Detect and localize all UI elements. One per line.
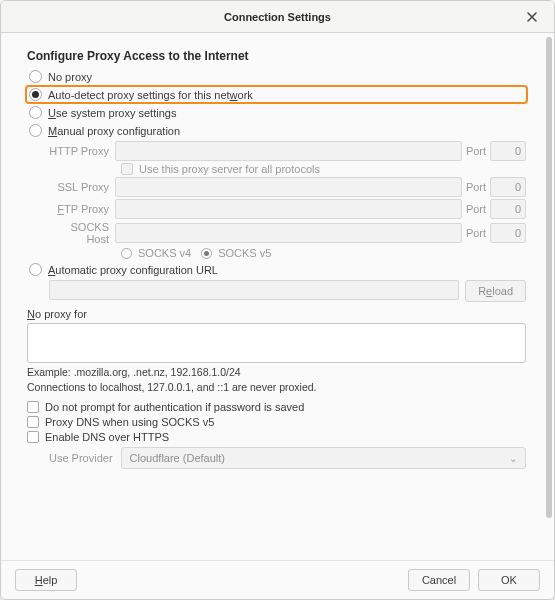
http-proxy-row: HTTP Proxy Port 0: [49, 141, 526, 161]
dialog-body: Configure Proxy Access to the Internet N…: [1, 33, 554, 560]
localhost-note: Connections to localhost, 127.0.0.1, and…: [27, 381, 526, 393]
close-icon: [526, 11, 538, 23]
radio-label: SOCKS v5: [218, 247, 271, 259]
example-text: Example: .mozilla.org, .net.nz, 192.168.…: [27, 366, 526, 378]
provider-select[interactable]: Cloudflare (Default) ⌄: [121, 447, 526, 469]
radio-label: Use system proxy settings: [48, 107, 176, 119]
radio-auto-detect[interactable]: Auto-detect proxy settings for this netw…: [27, 87, 526, 102]
http-proxy-host-input[interactable]: [115, 141, 462, 161]
ssl-proxy-row: SSL Proxy Port 0: [49, 177, 526, 197]
checkbox-icon: [27, 401, 39, 413]
checkbox-label: Do not prompt for authentication if pass…: [45, 401, 304, 413]
provider-value: Cloudflare (Default): [130, 452, 225, 464]
radio-icon: [29, 70, 42, 83]
dialog-footer: Help Cancel OK: [1, 560, 554, 599]
radio-manual[interactable]: Manual proxy configuration: [27, 123, 526, 138]
radio-socks-v5[interactable]: SOCKS v5: [201, 247, 271, 259]
radio-label: Automatic proxy configuration URL: [48, 264, 218, 276]
radio-no-proxy[interactable]: No proxy: [27, 69, 526, 84]
checkbox-no-prompt[interactable]: Do not prompt for authentication if pass…: [27, 401, 526, 413]
radio-icon: [29, 263, 42, 276]
ok-button[interactable]: OK: [478, 569, 540, 591]
use-for-all-row: Use this proxy server for all protocols: [115, 163, 526, 175]
help-button[interactable]: Help: [15, 569, 77, 591]
port-label: Port: [462, 227, 490, 239]
cancel-button[interactable]: Cancel: [408, 569, 470, 591]
provider-label: Use Provider: [49, 452, 113, 464]
radio-icon: [29, 106, 42, 119]
titlebar: Connection Settings: [1, 1, 554, 33]
use-for-all-label: Use this proxy server for all protocols: [139, 163, 320, 175]
radio-use-system[interactable]: Use system proxy settings: [27, 105, 526, 120]
checkbox-icon[interactable]: [121, 163, 133, 175]
chevron-down-icon: ⌄: [509, 453, 517, 464]
reload-button[interactable]: Reload: [465, 280, 526, 302]
port-label: Port: [462, 203, 490, 215]
checkbox-label: Proxy DNS when using SOCKS v5: [45, 416, 214, 428]
checkbox-label: Enable DNS over HTTPS: [45, 431, 169, 443]
ftp-proxy-host-input[interactable]: [115, 199, 462, 219]
radio-pac[interactable]: Automatic proxy configuration URL: [27, 262, 526, 277]
close-button[interactable]: [518, 1, 546, 33]
provider-row: Use Provider Cloudflare (Default) ⌄: [49, 447, 526, 469]
ssl-proxy-port-input[interactable]: 0: [490, 177, 526, 197]
radio-icon: [121, 248, 132, 259]
checkbox-enable-doh[interactable]: Enable DNS over HTTPS: [27, 431, 526, 443]
radio-label: Auto-detect proxy settings for this netw…: [48, 89, 253, 101]
ftp-proxy-label: FTP Proxy: [49, 203, 115, 215]
socks-proxy-row: SOCKS Host Port 0: [49, 221, 526, 245]
radio-icon: [201, 248, 212, 259]
radio-icon: [29, 88, 42, 101]
socks-proxy-host-input[interactable]: [115, 223, 462, 243]
socks-proxy-label: SOCKS Host: [49, 221, 115, 245]
port-label: Port: [462, 181, 490, 193]
port-label: Port: [462, 145, 490, 157]
ftp-proxy-port-input[interactable]: 0: [490, 199, 526, 219]
socks-proxy-port-input[interactable]: 0: [490, 223, 526, 243]
scrollbar-thumb[interactable]: [546, 37, 552, 518]
radio-icon: [29, 124, 42, 137]
section-title: Configure Proxy Access to the Internet: [27, 49, 526, 63]
scrollbar[interactable]: [544, 33, 554, 560]
http-proxy-port-input[interactable]: 0: [490, 141, 526, 161]
radio-label: No proxy: [48, 71, 92, 83]
window-title: Connection Settings: [224, 11, 331, 23]
connection-settings-dialog: Connection Settings Configure Proxy Acce…: [0, 0, 555, 600]
no-proxy-for-label: No proxy for: [27, 308, 526, 320]
radio-label: Manual proxy configuration: [48, 125, 180, 137]
no-proxy-for-input[interactable]: [27, 323, 526, 363]
http-proxy-label: HTTP Proxy: [49, 145, 115, 157]
checkbox-icon: [27, 431, 39, 443]
ssl-proxy-label: SSL Proxy: [49, 181, 115, 193]
ssl-proxy-host-input[interactable]: [115, 177, 462, 197]
pac-row: Reload: [49, 280, 526, 302]
manual-proxy-grid: HTTP Proxy Port 0 Use this proxy server …: [49, 141, 526, 259]
checkbox-proxy-dns[interactable]: Proxy DNS when using SOCKS v5: [27, 416, 526, 428]
ftp-proxy-row: FTP Proxy Port 0: [49, 199, 526, 219]
content-area: Configure Proxy Access to the Internet N…: [1, 33, 544, 560]
pac-url-input[interactable]: [49, 280, 459, 300]
radio-socks-v4[interactable]: SOCKS v4: [121, 247, 191, 259]
socks-version-row: SOCKS v4 SOCKS v5: [115, 247, 526, 259]
radio-label: SOCKS v4: [138, 247, 191, 259]
checkbox-icon: [27, 416, 39, 428]
